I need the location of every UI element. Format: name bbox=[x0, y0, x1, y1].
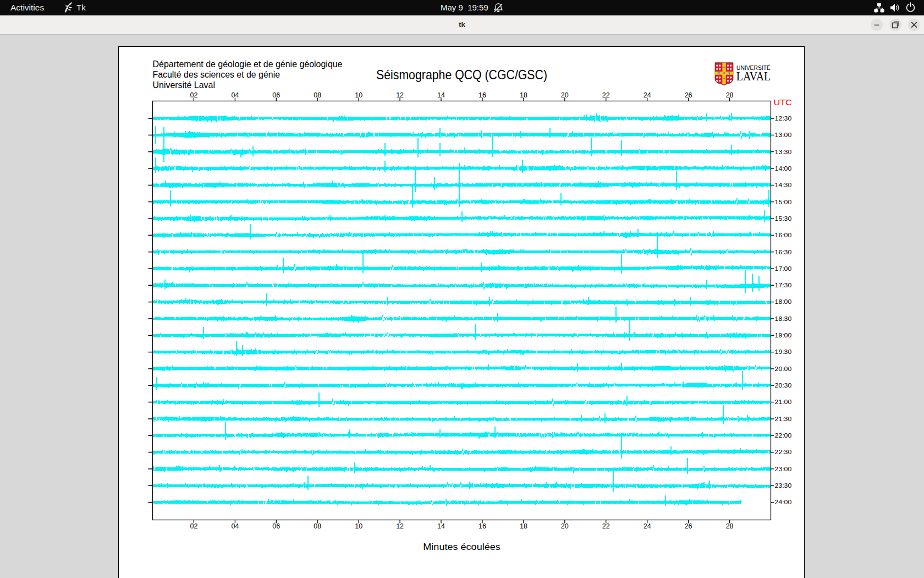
svg-text:17:30: 17:30 bbox=[775, 282, 792, 288]
svg-text:14:30: 14:30 bbox=[775, 182, 792, 188]
svg-text:15:00: 15:00 bbox=[775, 199, 792, 205]
svg-text:28: 28 bbox=[726, 522, 734, 530]
svg-text:04: 04 bbox=[231, 522, 239, 530]
svg-text:20: 20 bbox=[561, 522, 569, 530]
svg-text:Faculté des sciences et de gén: Faculté des sciences et de génie bbox=[153, 69, 280, 80]
svg-text:12: 12 bbox=[396, 91, 404, 99]
svg-text:13:30: 13:30 bbox=[775, 149, 792, 155]
svg-text:12: 12 bbox=[396, 522, 404, 530]
svg-text:23:30: 23:30 bbox=[775, 482, 792, 489]
svg-text:18:30: 18:30 bbox=[775, 315, 792, 322]
svg-text:Séismographe QCQ (CGC/GSC): Séismographe QCQ (CGC/GSC) bbox=[376, 67, 547, 82]
svg-text:20:00: 20:00 bbox=[775, 366, 792, 372]
svg-text:14: 14 bbox=[437, 91, 445, 99]
svg-text:21:30: 21:30 bbox=[775, 416, 792, 422]
svg-text:Département de géologie et de: Département de géologie et de génie géol… bbox=[153, 58, 343, 69]
svg-text:19:30: 19:30 bbox=[775, 348, 792, 355]
svg-text:24: 24 bbox=[644, 522, 651, 530]
svg-text:Université Laval: Université Laval bbox=[153, 79, 216, 90]
svg-text:24: 24 bbox=[644, 91, 651, 99]
svg-text:02: 02 bbox=[190, 91, 197, 99]
svg-text:20: 20 bbox=[561, 91, 569, 99]
svg-text:17:00: 17:00 bbox=[775, 265, 792, 272]
svg-text:16: 16 bbox=[479, 91, 486, 99]
svg-text:04: 04 bbox=[231, 91, 239, 99]
svg-text:14:00: 14:00 bbox=[775, 165, 792, 172]
svg-text:16: 16 bbox=[479, 522, 486, 530]
svg-text:UTC: UTC bbox=[773, 98, 792, 107]
svg-text:06: 06 bbox=[272, 91, 280, 99]
svg-text:22: 22 bbox=[602, 91, 610, 99]
svg-text:20:30: 20:30 bbox=[775, 382, 792, 389]
svg-text:10: 10 bbox=[355, 522, 362, 530]
svg-text:26: 26 bbox=[685, 522, 692, 530]
svg-text:10: 10 bbox=[355, 91, 362, 99]
svg-text:16:30: 16:30 bbox=[775, 249, 792, 255]
svg-text:Minutes écoulées: Minutes écoulées bbox=[423, 541, 501, 552]
svg-text:15:30: 15:30 bbox=[775, 215, 792, 222]
svg-text:19:00: 19:00 bbox=[775, 332, 792, 339]
svg-text:16:00: 16:00 bbox=[775, 232, 792, 238]
svg-text:18: 18 bbox=[520, 91, 527, 99]
svg-text:18:00: 18:00 bbox=[775, 298, 792, 305]
svg-text:22:00: 22:00 bbox=[775, 432, 792, 439]
svg-text:21:00: 21:00 bbox=[775, 399, 792, 405]
svg-text:02: 02 bbox=[190, 522, 197, 530]
svg-text:22:30: 22:30 bbox=[775, 449, 792, 455]
svg-text:22: 22 bbox=[602, 522, 610, 530]
svg-text:26: 26 bbox=[685, 91, 692, 99]
svg-text:08: 08 bbox=[314, 522, 321, 530]
svg-text:28: 28 bbox=[726, 91, 734, 99]
svg-text:12:30: 12:30 bbox=[775, 115, 792, 122]
svg-text:13:00: 13:00 bbox=[775, 132, 792, 138]
svg-text:08: 08 bbox=[314, 91, 321, 99]
svg-text:14: 14 bbox=[437, 522, 445, 530]
svg-text:24:00: 24:00 bbox=[775, 499, 792, 505]
svg-text:LAVAL: LAVAL bbox=[736, 69, 771, 83]
svg-text:23:00: 23:00 bbox=[775, 466, 792, 472]
svg-text:18: 18 bbox=[520, 522, 527, 530]
svg-text:06: 06 bbox=[272, 522, 280, 530]
